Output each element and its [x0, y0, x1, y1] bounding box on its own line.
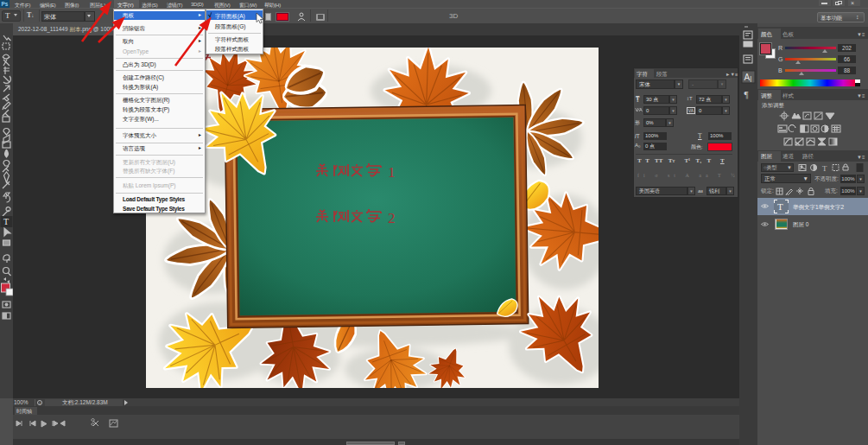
- svg-text:T: T: [3, 217, 9, 226]
- svg-text:2: 2: [388, 210, 396, 226]
- svg-text:¶: ¶: [744, 89, 749, 99]
- svg-text:A|: A|: [744, 73, 752, 82]
- svg-text:1: 1: [388, 164, 396, 181]
- svg-text:T: T: [822, 164, 827, 173]
